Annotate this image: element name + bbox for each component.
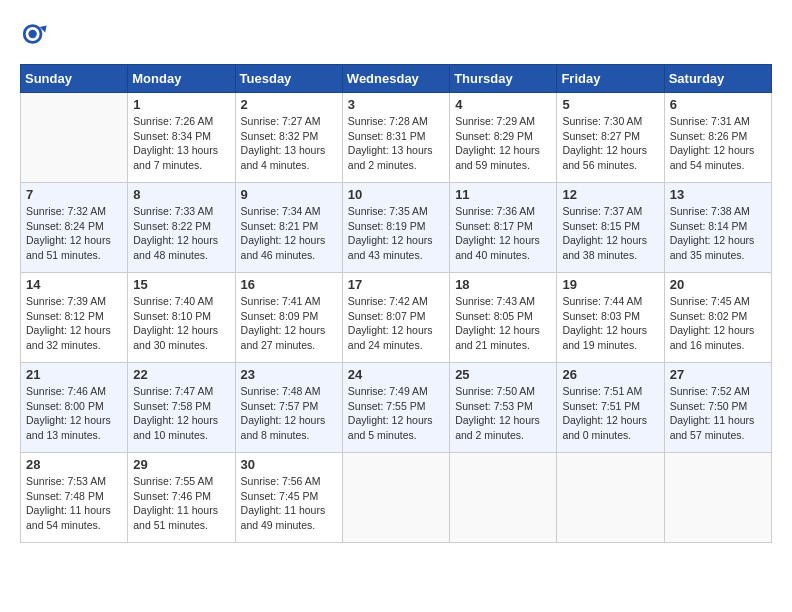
calendar-cell: 18Sunrise: 7:43 AM Sunset: 8:05 PM Dayli… bbox=[450, 273, 557, 363]
calendar-week-row: 7Sunrise: 7:32 AM Sunset: 8:24 PM Daylig… bbox=[21, 183, 772, 273]
calendar-cell: 2Sunrise: 7:27 AM Sunset: 8:32 PM Daylig… bbox=[235, 93, 342, 183]
day-info: Sunrise: 7:35 AM Sunset: 8:19 PM Dayligh… bbox=[348, 204, 444, 263]
calendar-cell: 16Sunrise: 7:41 AM Sunset: 8:09 PM Dayli… bbox=[235, 273, 342, 363]
calendar-cell: 15Sunrise: 7:40 AM Sunset: 8:10 PM Dayli… bbox=[128, 273, 235, 363]
column-header-thursday: Thursday bbox=[450, 65, 557, 93]
day-info: Sunrise: 7:30 AM Sunset: 8:27 PM Dayligh… bbox=[562, 114, 658, 173]
day-number: 17 bbox=[348, 277, 444, 292]
calendar-cell: 9Sunrise: 7:34 AM Sunset: 8:21 PM Daylig… bbox=[235, 183, 342, 273]
day-info: Sunrise: 7:29 AM Sunset: 8:29 PM Dayligh… bbox=[455, 114, 551, 173]
day-number: 12 bbox=[562, 187, 658, 202]
calendar-cell: 19Sunrise: 7:44 AM Sunset: 8:03 PM Dayli… bbox=[557, 273, 664, 363]
day-info: Sunrise: 7:34 AM Sunset: 8:21 PM Dayligh… bbox=[241, 204, 337, 263]
calendar-cell: 4Sunrise: 7:29 AM Sunset: 8:29 PM Daylig… bbox=[450, 93, 557, 183]
calendar-cell: 1Sunrise: 7:26 AM Sunset: 8:34 PM Daylig… bbox=[128, 93, 235, 183]
calendar-week-row: 21Sunrise: 7:46 AM Sunset: 8:00 PM Dayli… bbox=[21, 363, 772, 453]
day-number: 19 bbox=[562, 277, 658, 292]
calendar-cell: 27Sunrise: 7:52 AM Sunset: 7:50 PM Dayli… bbox=[664, 363, 771, 453]
calendar-cell: 14Sunrise: 7:39 AM Sunset: 8:12 PM Dayli… bbox=[21, 273, 128, 363]
day-number: 11 bbox=[455, 187, 551, 202]
column-header-monday: Monday bbox=[128, 65, 235, 93]
calendar-cell bbox=[21, 93, 128, 183]
day-info: Sunrise: 7:49 AM Sunset: 7:55 PM Dayligh… bbox=[348, 384, 444, 443]
calendar-cell: 17Sunrise: 7:42 AM Sunset: 8:07 PM Dayli… bbox=[342, 273, 449, 363]
calendar-cell: 20Sunrise: 7:45 AM Sunset: 8:02 PM Dayli… bbox=[664, 273, 771, 363]
day-number: 7 bbox=[26, 187, 122, 202]
calendar-header-row: SundayMondayTuesdayWednesdayThursdayFrid… bbox=[21, 65, 772, 93]
calendar-cell: 28Sunrise: 7:53 AM Sunset: 7:48 PM Dayli… bbox=[21, 453, 128, 543]
page-header bbox=[20, 20, 772, 48]
day-number: 14 bbox=[26, 277, 122, 292]
calendar-cell: 30Sunrise: 7:56 AM Sunset: 7:45 PM Dayli… bbox=[235, 453, 342, 543]
column-header-saturday: Saturday bbox=[664, 65, 771, 93]
day-number: 30 bbox=[241, 457, 337, 472]
calendar-cell: 10Sunrise: 7:35 AM Sunset: 8:19 PM Dayli… bbox=[342, 183, 449, 273]
calendar-cell: 22Sunrise: 7:47 AM Sunset: 7:58 PM Dayli… bbox=[128, 363, 235, 453]
day-info: Sunrise: 7:39 AM Sunset: 8:12 PM Dayligh… bbox=[26, 294, 122, 353]
calendar-cell bbox=[557, 453, 664, 543]
calendar-cell: 23Sunrise: 7:48 AM Sunset: 7:57 PM Dayli… bbox=[235, 363, 342, 453]
day-number: 24 bbox=[348, 367, 444, 382]
day-info: Sunrise: 7:53 AM Sunset: 7:48 PM Dayligh… bbox=[26, 474, 122, 533]
day-number: 4 bbox=[455, 97, 551, 112]
day-info: Sunrise: 7:45 AM Sunset: 8:02 PM Dayligh… bbox=[670, 294, 766, 353]
column-header-tuesday: Tuesday bbox=[235, 65, 342, 93]
calendar-cell: 12Sunrise: 7:37 AM Sunset: 8:15 PM Dayli… bbox=[557, 183, 664, 273]
day-number: 2 bbox=[241, 97, 337, 112]
calendar-cell bbox=[342, 453, 449, 543]
calendar-cell: 6Sunrise: 7:31 AM Sunset: 8:26 PM Daylig… bbox=[664, 93, 771, 183]
day-number: 18 bbox=[455, 277, 551, 292]
calendar-table: SundayMondayTuesdayWednesdayThursdayFrid… bbox=[20, 64, 772, 543]
day-info: Sunrise: 7:28 AM Sunset: 8:31 PM Dayligh… bbox=[348, 114, 444, 173]
calendar-cell: 3Sunrise: 7:28 AM Sunset: 8:31 PM Daylig… bbox=[342, 93, 449, 183]
day-info: Sunrise: 7:44 AM Sunset: 8:03 PM Dayligh… bbox=[562, 294, 658, 353]
calendar-cell: 21Sunrise: 7:46 AM Sunset: 8:00 PM Dayli… bbox=[21, 363, 128, 453]
logo-icon bbox=[20, 20, 48, 48]
calendar-cell bbox=[664, 453, 771, 543]
calendar-cell: 25Sunrise: 7:50 AM Sunset: 7:53 PM Dayli… bbox=[450, 363, 557, 453]
day-info: Sunrise: 7:26 AM Sunset: 8:34 PM Dayligh… bbox=[133, 114, 229, 173]
calendar-week-row: 1Sunrise: 7:26 AM Sunset: 8:34 PM Daylig… bbox=[21, 93, 772, 183]
day-info: Sunrise: 7:56 AM Sunset: 7:45 PM Dayligh… bbox=[241, 474, 337, 533]
day-number: 21 bbox=[26, 367, 122, 382]
day-info: Sunrise: 7:48 AM Sunset: 7:57 PM Dayligh… bbox=[241, 384, 337, 443]
day-info: Sunrise: 7:52 AM Sunset: 7:50 PM Dayligh… bbox=[670, 384, 766, 443]
day-info: Sunrise: 7:31 AM Sunset: 8:26 PM Dayligh… bbox=[670, 114, 766, 173]
day-number: 3 bbox=[348, 97, 444, 112]
day-number: 20 bbox=[670, 277, 766, 292]
day-info: Sunrise: 7:36 AM Sunset: 8:17 PM Dayligh… bbox=[455, 204, 551, 263]
calendar-week-row: 28Sunrise: 7:53 AM Sunset: 7:48 PM Dayli… bbox=[21, 453, 772, 543]
day-number: 5 bbox=[562, 97, 658, 112]
day-info: Sunrise: 7:51 AM Sunset: 7:51 PM Dayligh… bbox=[562, 384, 658, 443]
day-info: Sunrise: 7:38 AM Sunset: 8:14 PM Dayligh… bbox=[670, 204, 766, 263]
calendar-cell: 26Sunrise: 7:51 AM Sunset: 7:51 PM Dayli… bbox=[557, 363, 664, 453]
day-info: Sunrise: 7:42 AM Sunset: 8:07 PM Dayligh… bbox=[348, 294, 444, 353]
calendar-cell: 13Sunrise: 7:38 AM Sunset: 8:14 PM Dayli… bbox=[664, 183, 771, 273]
day-info: Sunrise: 7:41 AM Sunset: 8:09 PM Dayligh… bbox=[241, 294, 337, 353]
day-info: Sunrise: 7:43 AM Sunset: 8:05 PM Dayligh… bbox=[455, 294, 551, 353]
day-number: 15 bbox=[133, 277, 229, 292]
day-number: 10 bbox=[348, 187, 444, 202]
day-info: Sunrise: 7:27 AM Sunset: 8:32 PM Dayligh… bbox=[241, 114, 337, 173]
day-number: 29 bbox=[133, 457, 229, 472]
day-number: 22 bbox=[133, 367, 229, 382]
column-header-wednesday: Wednesday bbox=[342, 65, 449, 93]
svg-point-2 bbox=[28, 30, 36, 38]
day-number: 8 bbox=[133, 187, 229, 202]
day-number: 28 bbox=[26, 457, 122, 472]
day-info: Sunrise: 7:37 AM Sunset: 8:15 PM Dayligh… bbox=[562, 204, 658, 263]
day-info: Sunrise: 7:32 AM Sunset: 8:24 PM Dayligh… bbox=[26, 204, 122, 263]
day-number: 1 bbox=[133, 97, 229, 112]
day-info: Sunrise: 7:46 AM Sunset: 8:00 PM Dayligh… bbox=[26, 384, 122, 443]
calendar-cell bbox=[450, 453, 557, 543]
day-info: Sunrise: 7:33 AM Sunset: 8:22 PM Dayligh… bbox=[133, 204, 229, 263]
day-info: Sunrise: 7:40 AM Sunset: 8:10 PM Dayligh… bbox=[133, 294, 229, 353]
day-number: 23 bbox=[241, 367, 337, 382]
calendar-cell: 11Sunrise: 7:36 AM Sunset: 8:17 PM Dayli… bbox=[450, 183, 557, 273]
day-number: 25 bbox=[455, 367, 551, 382]
day-number: 6 bbox=[670, 97, 766, 112]
column-header-friday: Friday bbox=[557, 65, 664, 93]
day-number: 13 bbox=[670, 187, 766, 202]
calendar-cell: 5Sunrise: 7:30 AM Sunset: 8:27 PM Daylig… bbox=[557, 93, 664, 183]
calendar-cell: 24Sunrise: 7:49 AM Sunset: 7:55 PM Dayli… bbox=[342, 363, 449, 453]
